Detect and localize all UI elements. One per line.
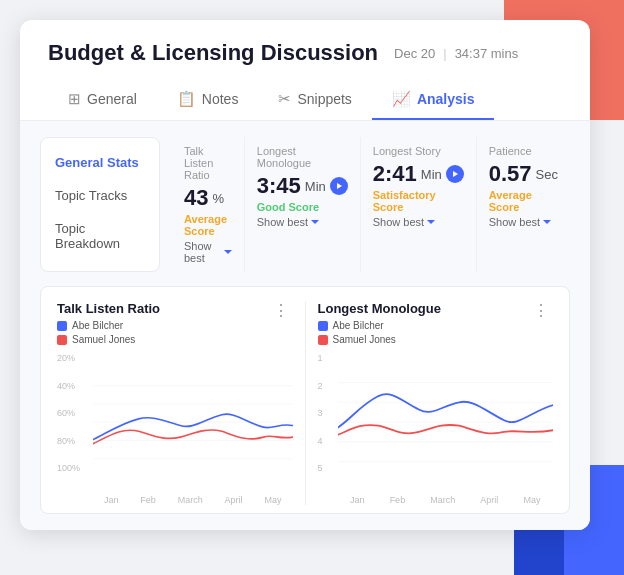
tab-analysis[interactable]: 📈 Analysis (372, 80, 495, 120)
tab-general-label: General (87, 91, 137, 107)
chart-2-legend-red: Samuel Jones (318, 334, 441, 345)
stat-value-2: 2:41 Min (373, 161, 464, 187)
main-card: Budget & Licensing Discussion Dec 20 | 3… (20, 20, 590, 530)
tab-notes-label: Notes (202, 91, 239, 107)
chart-1-menu[interactable]: ⋮ (269, 301, 293, 320)
chart-2-legend: Abe Bilcher Samuel Jones (318, 320, 441, 345)
notes-icon: 📋 (177, 90, 196, 108)
stat-score-2: Satisfactory Score (373, 189, 464, 213)
stat-score-3: Average Score (489, 189, 558, 213)
meeting-title: Budget & Licensing Discussion (48, 40, 378, 66)
chart-1-legend: Abe Bilcher Samuel Jones (57, 320, 160, 345)
meeting-meta: Dec 20 | 34:37 mins (394, 46, 518, 61)
snippets-icon: ✂ (278, 90, 291, 108)
general-icon: ⊞ (68, 90, 81, 108)
chart-1-legend-blue: Abe Bilcher (57, 320, 160, 331)
chart-1-meta: Talk Listen Ratio Abe Bilcher Samuel Jon… (57, 301, 160, 345)
show-best-1[interactable]: Show best (257, 216, 348, 228)
chart-2-header: Longest Monologue Abe Bilcher Samuel Jon… (318, 301, 554, 345)
sidebar-item-general-stats[interactable]: General Stats (41, 146, 159, 179)
stats-panel: Talk Listen Ratio 43 % Average Score Sho… (172, 137, 570, 272)
chart-1-title: Talk Listen Ratio (57, 301, 160, 316)
chart-talk-listen-ratio: Talk Listen Ratio Abe Bilcher Samuel Jon… (57, 301, 293, 505)
stat-label-2: Longest Story (373, 145, 464, 157)
meeting-duration: 34:37 mins (455, 46, 519, 61)
stat-value-0: 43 % (184, 185, 232, 211)
legend-dot-red-2 (318, 335, 328, 345)
show-best-arrow-3 (543, 220, 551, 224)
stat-longest-story: Longest Story 2:41 Min Satisfactory Scor… (361, 137, 477, 272)
chart-2-title: Longest Monologue (318, 301, 441, 316)
play-btn-1[interactable] (330, 177, 348, 195)
legend-dot-blue-2 (318, 321, 328, 331)
chart-2-menu[interactable]: ⋮ (529, 301, 553, 320)
stat-label-1: Longest Monologue (257, 145, 348, 169)
stat-longest-monologue: Longest Monologue 3:45 Min Good Score Sh… (245, 137, 361, 272)
chart-2-area: 5 4 3 2 1 (318, 353, 554, 493)
chart-2-svg (338, 353, 554, 493)
card-body: General Stats Topic Tracks Topic Breakdo… (20, 121, 590, 530)
sidebar-item-topic-tracks[interactable]: Topic Tracks (41, 179, 159, 212)
tab-snippets-label: Snippets (297, 91, 351, 107)
legend-dot-blue-1 (57, 321, 67, 331)
stat-label-3: Patience (489, 145, 558, 157)
show-best-arrow-1 (311, 220, 319, 224)
tab-analysis-label: Analysis (417, 91, 475, 107)
stat-patience: Patience 0.57 Sec Average Score Show bes… (477, 137, 570, 272)
card-header: Budget & Licensing Discussion Dec 20 | 3… (20, 20, 590, 121)
meeting-title-row: Budget & Licensing Discussion Dec 20 | 3… (48, 40, 562, 66)
show-best-3[interactable]: Show best (489, 216, 558, 228)
chart-2-meta: Longest Monologue Abe Bilcher Samuel Jon… (318, 301, 441, 345)
show-best-2[interactable]: Show best (373, 216, 464, 228)
chart-1-legend-red: Samuel Jones (57, 334, 160, 345)
stat-talk-listen-ratio: Talk Listen Ratio 43 % Average Score Sho… (172, 137, 245, 272)
tab-snippets[interactable]: ✂ Snippets (258, 80, 371, 120)
analysis-icon: 📈 (392, 90, 411, 108)
show-best-arrow-0 (224, 250, 232, 254)
stat-value-1: 3:45 Min (257, 173, 348, 199)
tab-notes[interactable]: 📋 Notes (157, 80, 259, 120)
show-best-0[interactable]: Show best (184, 240, 232, 264)
chart-1-header: Talk Listen Ratio Abe Bilcher Samuel Jon… (57, 301, 293, 345)
legend-dot-red-1 (57, 335, 67, 345)
stat-score-1: Good Score (257, 201, 348, 213)
play-btn-2[interactable] (446, 165, 464, 183)
meeting-date: Dec 20 (394, 46, 435, 61)
chart-longest-monologue: Longest Monologue Abe Bilcher Samuel Jon… (318, 301, 554, 505)
chart-1-x-labels: Jan Feb March April May (57, 495, 293, 505)
chart-divider (305, 301, 306, 505)
chart-1-area: 100% 80% 60% 40% 20% (57, 353, 293, 493)
chart-2-y-labels: 5 4 3 2 1 (318, 353, 354, 473)
chart-1-svg (93, 353, 293, 493)
show-best-arrow-2 (427, 220, 435, 224)
stat-label-0: Talk Listen Ratio (184, 145, 232, 181)
sidebar-item-topic-breakdown[interactable]: Topic Breakdown (41, 212, 159, 260)
chart-1-y-labels: 100% 80% 60% 40% 20% (57, 353, 93, 473)
meta-separator: | (443, 46, 446, 61)
stat-value-3: 0.57 Sec (489, 161, 558, 187)
stat-score-0: Average Score (184, 213, 232, 237)
stats-layout: General Stats Topic Tracks Topic Breakdo… (40, 137, 570, 272)
charts-section: Talk Listen Ratio Abe Bilcher Samuel Jon… (40, 286, 570, 514)
tab-general[interactable]: ⊞ General (48, 80, 157, 120)
tab-bar: ⊞ General 📋 Notes ✂ Snippets 📈 Analysis (48, 80, 562, 120)
chart-2-legend-blue: Abe Bilcher (318, 320, 441, 331)
stats-sidebar: General Stats Topic Tracks Topic Breakdo… (40, 137, 160, 272)
chart-2-x-labels: Jan Feb March April May (318, 495, 554, 505)
